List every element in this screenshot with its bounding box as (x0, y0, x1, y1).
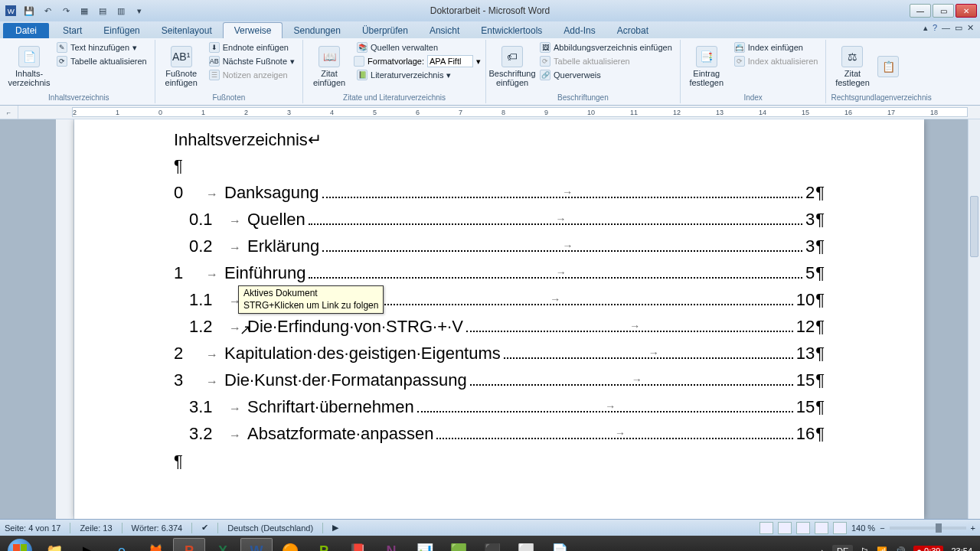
doc-close-icon[interactable]: ✕ (967, 23, 974, 33)
task-app7[interactable]: 📄 (544, 538, 576, 551)
status-line[interactable]: Zeile: 13 (80, 523, 112, 533)
horizontal-ruler[interactable]: 210123456789101112131415161718 (72, 107, 968, 117)
toc-button[interactable]: 📄Inhalts- verzeichnis (8, 41, 51, 92)
ribbon-minimize-icon[interactable]: ▴ (923, 23, 928, 33)
tray-recording[interactable]: ● 0:39 (913, 546, 943, 551)
insert-index-button[interactable]: 📇Index einfügen (731, 41, 822, 54)
toc-entry[interactable]: 3.2 → Absatzformate·anpassen 16 ¶ (174, 424, 825, 444)
endnote-button[interactable]: ⬇Endnote einfügen (206, 41, 298, 54)
style-select[interactable]: Formatvorlage: ▾ (354, 55, 481, 67)
undo-icon[interactable]: ↶ (40, 3, 55, 18)
zoom-in-button[interactable]: + (971, 523, 975, 533)
toc-entry[interactable]: 1 → Einführung 5 ¶ (174, 263, 825, 283)
status-zoom[interactable]: 140 % (851, 523, 875, 533)
style-input[interactable] (427, 55, 473, 67)
task-app2[interactable]: P (308, 538, 340, 551)
task-app6[interactable]: ⬜ (510, 538, 542, 551)
status-lang[interactable]: Deutsch (Deutschland) (227, 523, 313, 533)
tray-clock[interactable]: 23:54 (951, 546, 972, 551)
task-acrobat[interactable]: 📕 (341, 538, 374, 551)
qat-btn-2[interactable]: ▤ (95, 3, 110, 18)
vertical-ruler[interactable] (56, 119, 74, 519)
task-ie[interactable]: e (106, 538, 138, 551)
toc-entry[interactable]: 0.2 → Erklärung 3 ¶ (174, 236, 825, 256)
caption-button[interactable]: 🏷Beschriftung einfügen (491, 41, 534, 92)
tab-start[interactable]: Start (52, 23, 93, 38)
tab-review[interactable]: Überprüfen (351, 23, 419, 38)
citation-button[interactable]: 📖Zitat einfügen (308, 41, 351, 92)
doc-minimize-icon[interactable]: — (942, 23, 950, 33)
task-app1[interactable]: 🟠 (274, 538, 306, 551)
page[interactable]: Inhaltsverzeichnis↵ ¶ 0 → Danksagung 2 ¶… (74, 119, 924, 519)
vertical-scrollbar[interactable] (968, 119, 980, 519)
task-excel[interactable]: X (207, 538, 239, 551)
tray-network-icon[interactable]: 📶 (877, 546, 887, 552)
tray-volume-icon[interactable]: 🔊 (895, 546, 906, 552)
view-print-button[interactable] (760, 522, 773, 534)
mark-entry-button[interactable]: 📑Eintrag festlegen (685, 41, 728, 92)
tray-up-icon[interactable]: ▴ (820, 546, 825, 552)
toc-entry[interactable]: 2 → Kapitulation·des·geistigen·Eigentums… (174, 344, 825, 364)
fig-index-button[interactable]: 🖼Abbildungsverzeichnis einfügen (537, 41, 675, 54)
update-table-button[interactable]: ⟳Tabelle aktualisieren (54, 55, 150, 67)
manage-sources-button[interactable]: 📚Quellen verwalten (354, 41, 481, 54)
task-mediaplayer[interactable]: ▶ (72, 538, 104, 551)
mark-citation-button[interactable]: ⚖Zitat festlegen (831, 41, 874, 92)
zoom-out-button[interactable]: − (880, 523, 884, 533)
word-icon[interactable]: W (3, 3, 18, 18)
footnote-button[interactable]: AB¹Fußnote einfügen (160, 41, 203, 92)
task-word[interactable]: W (240, 538, 273, 551)
view-draft-button[interactable] (833, 522, 847, 534)
minimize-button[interactable]: — (910, 4, 931, 18)
redo-icon[interactable]: ↷ (58, 3, 74, 18)
task-app3[interactable]: 📊 (409, 538, 441, 551)
task-explorer[interactable]: 📁 (38, 538, 70, 551)
task-onenote[interactable]: N (375, 538, 407, 551)
tab-insert[interactable]: Einfügen (93, 23, 150, 38)
scrollbar-thumb[interactable] (970, 196, 978, 257)
start-button[interactable] (3, 537, 37, 551)
doc-restore-icon[interactable]: ▭ (955, 23, 962, 33)
view-web-button[interactable] (796, 522, 810, 534)
add-text-button[interactable]: ✎Text hinzufügen ▾ (54, 41, 150, 54)
spellcheck-icon[interactable]: ✔ (201, 523, 208, 533)
tab-acrobat[interactable]: Acrobat (606, 23, 659, 38)
maximize-button[interactable]: ▭ (933, 4, 954, 18)
status-words[interactable]: Wörter: 6.374 (132, 523, 183, 533)
zoom-slider[interactable] (890, 527, 966, 530)
tab-developer[interactable]: Entwicklertools (470, 23, 553, 38)
tab-file[interactable]: Datei (3, 23, 49, 38)
tray-lang[interactable]: DE (832, 545, 853, 551)
ruler-corner[interactable]: ⌐ (0, 106, 18, 119)
task-app4[interactable]: 🟩 (443, 538, 475, 551)
crossref-button[interactable]: 🔗Querverweis (537, 69, 675, 81)
toc-entry[interactable]: 0.1 → Quellen 3 ¶ (174, 210, 825, 230)
toc-entry[interactable]: 1.2 → Die·Erfindung·von·STRG·+·V 12 ¶↖ (174, 317, 825, 337)
help-icon[interactable]: ? (933, 23, 937, 33)
tray-flag-icon[interactable]: 🏳 (861, 546, 869, 551)
task-firefox[interactable]: 🦊 (139, 538, 172, 551)
next-footnote-button[interactable]: ABNächste Fußnote ▾ (206, 55, 298, 67)
tab-addins[interactable]: Add-Ins (553, 23, 606, 38)
task-powerpoint[interactable]: P (173, 538, 205, 551)
save-icon[interactable]: 💾 (21, 3, 37, 18)
authorities-extra-button[interactable]: 📋 (877, 41, 900, 92)
tab-mailings[interactable]: Sendungen (283, 23, 351, 38)
toc-entry[interactable]: 3 → Die·Kunst·der·Formatanpassung 15 ¶ (174, 370, 825, 390)
status-page[interactable]: Seite: 4 von 17 (5, 523, 60, 533)
close-button[interactable]: ✕ (956, 4, 977, 18)
toc-entry[interactable]: 1.1 → RG·+·C 10 ¶Aktives DokumentSTRG+Kl… (174, 290, 825, 310)
toc-entry[interactable]: 3.1 → Schriftart·übernehmen 15 ¶ (174, 397, 825, 417)
tab-view[interactable]: Ansicht (419, 23, 470, 38)
toc-entry[interactable]: 0 → Danksagung 2 ¶ (174, 183, 825, 203)
tab-pagelayout[interactable]: Seitenlayout (151, 23, 223, 38)
qat-btn-1[interactable]: ▦ (77, 3, 92, 18)
qat-btn-3[interactable]: ▥ (113, 3, 129, 18)
qat-dropdown-icon[interactable]: ▾ (132, 3, 147, 18)
view-outline-button[interactable] (815, 522, 828, 534)
macro-icon[interactable]: ▶ (332, 523, 338, 533)
view-read-button[interactable] (778, 522, 792, 534)
task-app5[interactable]: ⬛ (476, 538, 508, 551)
bibliography-button[interactable]: 📗Literaturverzeichnis ▾ (354, 69, 481, 81)
tab-references[interactable]: Verweise (223, 22, 283, 38)
